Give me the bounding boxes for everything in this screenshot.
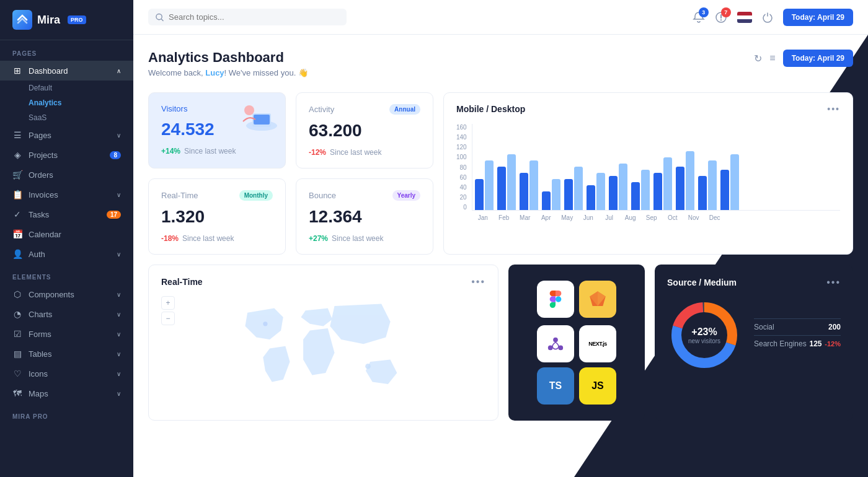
- stat-card-activity: Activity Annual 63.200 -12% Since last w…: [296, 92, 433, 168]
- svg-point-11: [553, 338, 558, 343]
- source-search-label: Search Engines: [754, 339, 807, 348]
- sidebar-item-invoices[interactable]: 📋 Invoices ∨: [0, 185, 133, 204]
- realtime-change: -18%: [161, 234, 179, 243]
- filter-icon[interactable]: ≡: [769, 53, 775, 64]
- bounce-value: 12.364: [309, 207, 420, 227]
- sidebar-label-forms: Forms: [29, 330, 51, 339]
- svg-point-7: [365, 364, 371, 369]
- content-area: Analytics Dashboard Welcome back, Lucy! …: [133, 35, 868, 477]
- topbar: 3 7 Today: April 29: [133, 0, 868, 35]
- auth-icon: 👤: [12, 249, 22, 259]
- components-icon: ⬡: [12, 289, 22, 299]
- chart-menu-btn[interactable]: •••: [827, 104, 840, 114]
- header-date-btn[interactable]: Today: April 29: [783, 50, 853, 67]
- sidebar-label-charts: Charts: [29, 310, 52, 319]
- sidebar-item-orders[interactable]: 🛒 Orders: [0, 165, 133, 185]
- sidebar-label-orders: Orders: [29, 170, 53, 180]
- sidebar-item-pages[interactable]: ☰ Pages ∨: [0, 125, 133, 145]
- alert-btn[interactable]: 7: [715, 11, 727, 24]
- sidebar-label-auth: Auth: [29, 250, 45, 259]
- source-menu-btn[interactable]: •••: [826, 277, 841, 288]
- chevron-icon: ∨: [117, 351, 121, 357]
- svg-point-5: [244, 105, 254, 115]
- chevron-icon: ∨: [117, 251, 121, 258]
- sidebar-item-tables[interactable]: ▤ Tables ∨: [0, 344, 133, 364]
- typescript-logo: TS: [537, 367, 574, 405]
- zoom-out-btn[interactable]: −: [161, 312, 175, 325]
- zoom-in-btn[interactable]: +: [161, 296, 175, 310]
- sidebar-item-projects[interactable]: ◈ Projects 8: [0, 145, 133, 165]
- sidebar-item-dashboard[interactable]: ⊞ Dashboard ∧: [0, 61, 133, 81]
- sidebar-sub-default[interactable]: Default: [0, 81, 133, 95]
- bounce-badge: Yearly: [392, 190, 420, 201]
- chevron-icon: ∨: [117, 370, 121, 377]
- visitors-change: +14%: [161, 147, 180, 155]
- sidebar-label-tasks: Tasks: [29, 210, 49, 219]
- sidebar-label-invoices: Invoices: [29, 190, 58, 199]
- source-search-change: -12%: [825, 340, 841, 348]
- x-axis: Jan Feb Mar Apr May Jun Jul Aug Sep Oc: [472, 214, 840, 221]
- activity-period: Since last week: [330, 148, 381, 157]
- sidebar-item-charts[interactable]: ◔ Charts ∨: [0, 304, 133, 324]
- mobile-desktop-chart-card: Mobile / Desktop ••• 1601401201008060402…: [443, 92, 853, 255]
- app-badge: PRO: [68, 15, 86, 24]
- section-elements: ELEMENTS: [0, 264, 133, 284]
- bounce-change: +27%: [309, 234, 328, 243]
- source-search-value: 125: [810, 339, 822, 348]
- invoices-icon: 📋: [12, 190, 22, 199]
- sidebar-sub-saas[interactable]: SaaS: [0, 110, 133, 125]
- search-box[interactable]: [148, 9, 347, 25]
- source-social-value: 200: [828, 323, 841, 331]
- figma-logo: [537, 281, 574, 318]
- chevron-icon: ∨: [117, 331, 121, 338]
- forms-icon: ☑: [12, 329, 22, 339]
- main-area: 3 7 Today: April 29 Analytics Dashboard: [133, 0, 868, 477]
- visitors-illustration: [231, 98, 280, 135]
- map-menu-btn[interactable]: •••: [471, 276, 485, 287]
- sidebar-item-auth[interactable]: 👤 Auth ∨: [0, 244, 133, 264]
- charts-icon: ◔: [12, 309, 22, 319]
- sidebar-item-maps[interactable]: 🗺 Maps ∨: [0, 383, 133, 403]
- chevron-icon: ∨: [117, 132, 121, 139]
- svg-rect-4: [254, 115, 270, 125]
- nextjs-logo: NEXT.js: [579, 325, 616, 362]
- power-btn[interactable]: [762, 12, 773, 23]
- chevron-icon: ∨: [117, 191, 121, 198]
- tables-icon: ▤: [12, 349, 22, 359]
- donut-chart: +23% new visitors: [667, 298, 742, 372]
- sidebar-label-calendar: Calendar: [29, 230, 61, 239]
- y-axis: 160140120100806040200: [456, 124, 467, 211]
- chart-title: Mobile / Desktop •••: [456, 104, 840, 114]
- date-button[interactable]: Today: April 29: [783, 9, 853, 26]
- refresh-icon[interactable]: ↻: [754, 53, 762, 64]
- redux-logo: [537, 325, 574, 362]
- icons-icon: ♡: [12, 369, 22, 379]
- notification-btn[interactable]: 3: [693, 11, 705, 24]
- javascript-logo: JS: [579, 367, 616, 405]
- projects-badge: 8: [110, 151, 121, 159]
- user-name: Lucy: [205, 68, 224, 77]
- search-icon: [156, 13, 164, 22]
- section-mirapro: MIRA PRO: [0, 403, 133, 424]
- sidebar-sub-analytics[interactable]: Analytics: [0, 95, 133, 110]
- visitors-label: Visitors: [161, 104, 187, 113]
- map-title: Real-Time: [161, 277, 203, 287]
- notification-badge: 3: [699, 7, 709, 17]
- sidebar-item-calendar[interactable]: 📅 Calendar: [0, 224, 133, 244]
- sidebar-label-maps: Maps: [29, 389, 48, 398]
- bar-chart: [472, 124, 840, 211]
- activity-badge: Annual: [389, 104, 420, 115]
- search-input[interactable]: [169, 12, 339, 22]
- sidebar-item-components[interactable]: ⬡ Components ∨: [0, 284, 133, 304]
- sidebar-item-icons[interactable]: ♡ Icons ∨: [0, 364, 133, 383]
- language-flag[interactable]: [737, 12, 752, 23]
- activity-label: Activity: [309, 105, 334, 114]
- alert-badge: 7: [721, 7, 731, 17]
- sidebar-label-tables: Tables: [29, 349, 52, 359]
- stat-card-visitors: Visitors 24.532: [148, 92, 286, 168]
- header-actions: ↻ ≡ Today: April 29: [754, 50, 853, 67]
- sidebar-item-tasks[interactable]: ✓ Tasks 17: [0, 204, 133, 224]
- chevron-icon: ∧: [117, 68, 121, 74]
- map-card: Real-Time ••• + −: [148, 265, 498, 421]
- sidebar-item-forms[interactable]: ☑ Forms ∨: [0, 324, 133, 344]
